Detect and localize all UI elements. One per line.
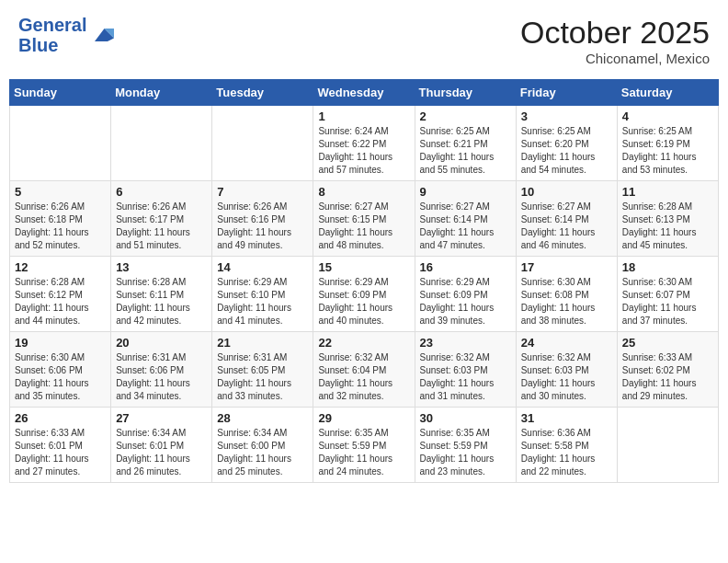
day-number: 12 [15,260,106,274]
day-number: 8 [318,185,409,199]
day-info: Sunrise: 6:29 AMSunset: 6:09 PMDaylight:… [420,276,511,327]
day-number: 27 [116,411,207,425]
day-info: Sunrise: 6:33 AMSunset: 6:01 PMDaylight:… [15,427,106,478]
day-info: Sunrise: 6:29 AMSunset: 6:09 PMDaylight:… [318,276,409,327]
day-info: Sunrise: 6:25 AMSunset: 6:20 PMDaylight:… [521,125,612,177]
day-number: 4 [622,109,713,123]
day-info: Sunrise: 6:30 AMSunset: 6:07 PMDaylight:… [622,276,713,327]
calendar-day-cell: 28Sunrise: 6:34 AMSunset: 6:00 PMDayligh… [212,408,313,483]
calendar-day-cell: 19Sunrise: 6:30 AMSunset: 6:06 PMDayligh… [10,332,111,408]
calendar-day-cell: 2Sunrise: 6:25 AMSunset: 6:21 PMDaylight… [415,106,516,181]
calendar-day-header: Monday [111,80,212,106]
calendar-day-cell: 31Sunrise: 6:36 AMSunset: 5:58 PMDayligh… [516,408,617,483]
calendar-day-cell: 13Sunrise: 6:28 AMSunset: 6:11 PMDayligh… [111,257,212,332]
day-info: Sunrise: 6:35 AMSunset: 5:59 PMDaylight:… [318,427,409,478]
day-number: 20 [116,336,207,350]
month-title: October 2025 [520,15,710,51]
day-info: Sunrise: 6:26 AMSunset: 6:17 PMDaylight:… [116,201,207,252]
calendar-day-cell: 26Sunrise: 6:33 AMSunset: 6:01 PMDayligh… [10,408,111,483]
day-info: Sunrise: 6:31 AMSunset: 6:06 PMDaylight:… [116,351,207,403]
calendar-week-row: 26Sunrise: 6:33 AMSunset: 6:01 PMDayligh… [10,408,719,483]
calendar-day-cell: 6Sunrise: 6:26 AMSunset: 6:17 PMDaylight… [111,181,212,257]
day-info: Sunrise: 6:26 AMSunset: 6:18 PMDaylight:… [15,201,106,252]
calendar-day-cell: 1Sunrise: 6:24 AMSunset: 6:22 PMDaylight… [313,106,415,181]
day-number: 9 [420,185,511,199]
calendar-day-cell [617,408,718,483]
calendar-day-cell: 7Sunrise: 6:26 AMSunset: 6:16 PMDaylight… [212,181,313,257]
calendar-day-cell: 20Sunrise: 6:31 AMSunset: 6:06 PMDayligh… [111,332,212,408]
calendar-day-cell: 21Sunrise: 6:31 AMSunset: 6:05 PMDayligh… [212,332,313,408]
calendar-day-cell: 10Sunrise: 6:27 AMSunset: 6:14 PMDayligh… [516,181,617,257]
day-number: 17 [521,260,612,274]
day-number: 10 [521,185,612,199]
logo-line2: Blue [18,35,86,55]
day-number: 1 [318,109,409,123]
day-info: Sunrise: 6:28 AMSunset: 6:12 PMDaylight:… [15,276,106,327]
day-info: Sunrise: 6:27 AMSunset: 6:14 PMDaylight:… [420,201,511,252]
calendar-day-cell [10,106,111,181]
day-number: 14 [217,260,308,274]
day-info: Sunrise: 6:24 AMSunset: 6:22 PMDaylight:… [318,125,409,177]
calendar-day-cell: 25Sunrise: 6:33 AMSunset: 6:02 PMDayligh… [617,332,718,408]
calendar-day-cell: 30Sunrise: 6:35 AMSunset: 5:59 PMDayligh… [415,408,516,483]
day-info: Sunrise: 6:25 AMSunset: 6:19 PMDaylight:… [622,125,713,177]
day-number: 16 [420,260,511,274]
day-number: 7 [217,185,308,199]
calendar-table: SundayMondayTuesdayWednesdayThursdayFrid… [9,79,719,483]
calendar-day-header: Thursday [415,80,516,106]
calendar-day-cell: 17Sunrise: 6:30 AMSunset: 6:08 PMDayligh… [516,257,617,332]
day-number: 13 [116,260,207,274]
day-number: 21 [217,336,308,350]
day-number: 24 [521,336,612,350]
logo-line1: General [18,15,86,35]
calendar-day-cell: 9Sunrise: 6:27 AMSunset: 6:14 PMDaylight… [415,181,516,257]
calendar-week-row: 5Sunrise: 6:26 AMSunset: 6:18 PMDaylight… [10,181,719,257]
day-info: Sunrise: 6:26 AMSunset: 6:16 PMDaylight:… [217,201,308,252]
calendar-day-cell [111,106,212,181]
calendar-day-cell: 29Sunrise: 6:35 AMSunset: 5:59 PMDayligh… [313,408,415,483]
day-number: 19 [15,336,106,350]
day-info: Sunrise: 6:31 AMSunset: 6:05 PMDaylight:… [217,351,308,403]
calendar-day-header: Friday [516,80,617,106]
day-number: 18 [622,260,713,274]
calendar-day-header: Tuesday [212,80,313,106]
day-number: 6 [116,185,207,199]
logo: General Blue [18,15,114,55]
day-number: 11 [622,185,713,199]
calendar-day-cell: 11Sunrise: 6:28 AMSunset: 6:13 PMDayligh… [617,181,718,257]
calendar-day-cell: 5Sunrise: 6:26 AMSunset: 6:18 PMDaylight… [10,181,111,257]
day-info: Sunrise: 6:25 AMSunset: 6:21 PMDaylight:… [420,125,511,177]
day-info: Sunrise: 6:27 AMSunset: 6:14 PMDaylight:… [521,201,612,252]
day-number: 5 [15,185,106,199]
calendar-week-row: 1Sunrise: 6:24 AMSunset: 6:22 PMDaylight… [10,106,719,181]
day-info: Sunrise: 6:33 AMSunset: 6:02 PMDaylight:… [622,351,713,403]
day-info: Sunrise: 6:32 AMSunset: 6:03 PMDaylight:… [420,351,511,403]
day-info: Sunrise: 6:28 AMSunset: 6:11 PMDaylight:… [116,276,207,327]
day-info: Sunrise: 6:29 AMSunset: 6:10 PMDaylight:… [217,276,308,327]
day-number: 3 [521,109,612,123]
day-number: 2 [420,109,511,123]
day-number: 28 [217,411,308,425]
calendar-day-cell: 24Sunrise: 6:32 AMSunset: 6:03 PMDayligh… [516,332,617,408]
day-number: 30 [420,411,511,425]
calendar-day-cell: 16Sunrise: 6:29 AMSunset: 6:09 PMDayligh… [415,257,516,332]
calendar-day-cell: 15Sunrise: 6:29 AMSunset: 6:09 PMDayligh… [313,257,415,332]
day-info: Sunrise: 6:30 AMSunset: 6:06 PMDaylight:… [15,351,106,403]
calendar-day-cell [212,106,313,181]
location-subtitle: Chiconamel, Mexico [520,51,710,66]
title-block: October 2025 Chiconamel, Mexico [520,15,710,66]
day-number: 15 [318,260,409,274]
page-header: General Blue October 2025 Chiconamel, Me… [9,9,719,72]
calendar-header-row: SundayMondayTuesdayWednesdayThursdayFrid… [10,80,719,106]
day-number: 29 [318,411,409,425]
day-info: Sunrise: 6:34 AMSunset: 6:00 PMDaylight:… [217,427,308,478]
calendar-day-header: Sunday [10,80,111,106]
day-info: Sunrise: 6:36 AMSunset: 5:58 PMDaylight:… [521,427,612,478]
calendar-week-row: 12Sunrise: 6:28 AMSunset: 6:12 PMDayligh… [10,257,719,332]
calendar-day-cell: 23Sunrise: 6:32 AMSunset: 6:03 PMDayligh… [415,332,516,408]
calendar-day-cell: 22Sunrise: 6:32 AMSunset: 6:04 PMDayligh… [313,332,415,408]
day-number: 25 [622,336,713,350]
calendar-day-cell: 27Sunrise: 6:34 AMSunset: 6:01 PMDayligh… [111,408,212,483]
day-number: 31 [521,411,612,425]
day-info: Sunrise: 6:27 AMSunset: 6:15 PMDaylight:… [318,201,409,252]
